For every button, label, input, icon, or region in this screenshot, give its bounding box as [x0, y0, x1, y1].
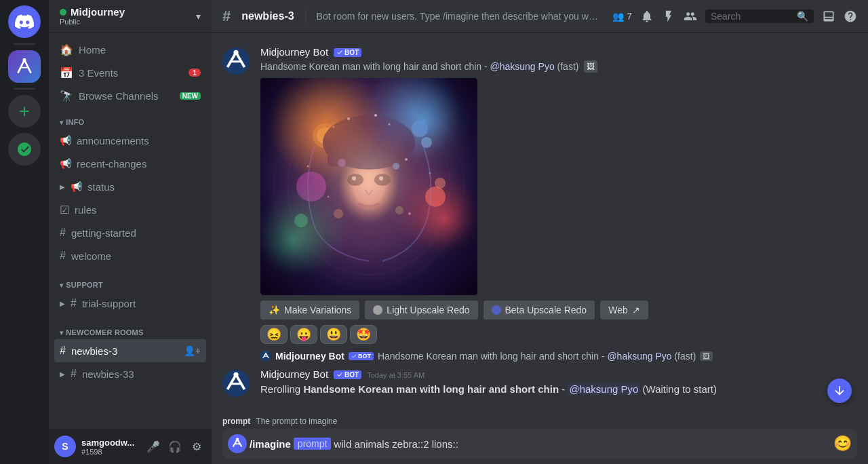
msg-timestamp-2: Today at 3:55 AM	[367, 371, 425, 379]
category-newcomer-label: NEWCOMER ROOMS	[66, 328, 143, 336]
online-dot	[60, 9, 66, 16]
channel-welcome[interactable]: # welcome	[54, 244, 206, 267]
hint-text: The prompt to imagine	[256, 417, 337, 426]
channel-newbies-3[interactable]: # newbies-3 👤+	[54, 339, 206, 362]
bot-tag-2: BOT	[334, 370, 361, 379]
midjourney-server-wrapper	[8, 50, 41, 83]
channel-announcements-label: announcements	[77, 135, 201, 147]
user-tag: #1598	[81, 448, 138, 456]
server-name-group: Midjourney Public	[60, 6, 125, 26]
svg-rect-5	[260, 78, 477, 295]
user-avatar[interactable]: S	[54, 436, 76, 457]
members-panel-button[interactable]	[684, 9, 697, 23]
reaction-2[interactable]: 😛	[290, 325, 317, 344]
username: samgoodw...	[81, 438, 138, 448]
header-divider	[305, 8, 306, 24]
category-chevron-info: ▾	[60, 119, 63, 126]
make-variations-button[interactable]: ✨ Make Variations	[260, 301, 359, 320]
light-upscale-redo-button[interactable]: Light Upscale Redo	[365, 301, 477, 320]
announcement-icon-3: 📢	[71, 181, 82, 192]
svg-rect-8	[260, 78, 477, 295]
svg-rect-2	[260, 78, 477, 295]
input-user-avatar	[228, 434, 247, 453]
svg-point-15	[435, 178, 446, 189]
action-buttons-row: ✨ Make Variations Light Upscale Redo Bet…	[260, 301, 857, 320]
svg-point-26	[395, 206, 403, 214]
help-button[interactable]	[844, 9, 857, 23]
svg-point-28	[389, 123, 391, 125]
reaction-1[interactable]: 😖	[260, 325, 288, 344]
reaction-3[interactable]: 😃	[320, 325, 347, 344]
hash-icon-newbies3: #	[60, 345, 66, 357]
channel-trial-support[interactable]: ▶ # trial-support	[54, 292, 206, 315]
web-external-icon: ↗	[632, 305, 640, 315]
channel-announcements[interactable]: 📢 announcements	[54, 129, 206, 152]
category-info[interactable]: ▾ INFO	[49, 107, 212, 129]
message-content-1: Midjourney Bot BOT Handsome Korean man w…	[260, 46, 857, 344]
msg-author-1[interactable]: Midjourney Bot	[260, 46, 328, 58]
message-group-bot: Midjourney Bot BOT Handsome Korean man w…	[212, 43, 868, 347]
mention-haksung[interactable]: @haksung Pyo	[568, 383, 639, 395]
announcement-icon-2: 📢	[60, 158, 71, 169]
search-bar[interactable]: 🔍	[705, 9, 814, 23]
channel-recent-changes[interactable]: 📢 recent-changes	[54, 152, 206, 175]
channel-getting-started[interactable]: # getting-started	[54, 221, 206, 244]
notification-bell-button[interactable]	[640, 9, 654, 23]
channel-status[interactable]: ▶ 📢 status	[54, 175, 206, 198]
sidebar-item-home[interactable]: 🏠 Home	[54, 38, 206, 61]
light-upscale-icon	[373, 305, 382, 315]
make-variations-icon: ✨	[269, 305, 280, 315]
midjourney-server-icon[interactable]	[8, 50, 41, 83]
search-input[interactable]	[711, 11, 793, 22]
bolt-button[interactable]	[662, 9, 675, 23]
category-info-label: INFO	[66, 118, 84, 126]
member-count-number: 7	[627, 11, 632, 22]
svg-point-11	[412, 121, 428, 137]
settings-button[interactable]: ⚙	[187, 437, 206, 456]
emoji-input-button[interactable]: 😊	[833, 435, 852, 452]
svg-point-37	[236, 438, 239, 441]
emoji-reactions: 😖 😛 😃 🤩	[260, 325, 857, 344]
command-input-row[interactable]: /imagine prompt 😊	[222, 429, 857, 459]
svg-point-24	[393, 163, 399, 170]
avatar-letter: S	[62, 441, 68, 452]
web-button[interactable]: Web ↗	[600, 301, 648, 320]
inbox-button[interactable]	[822, 9, 835, 23]
channel-newbies-33[interactable]: ▶ # newbies-33	[54, 362, 206, 385]
channel-header-name: newbies-3	[241, 10, 294, 22]
server-header[interactable]: Midjourney Public ▾	[49, 0, 212, 33]
search-icon: 🔍	[797, 11, 808, 22]
svg-point-1	[233, 50, 238, 55]
slash-command-label: /imagine	[250, 438, 291, 450]
category-support[interactable]: ▾ SUPPORT	[49, 270, 212, 292]
mic-button[interactable]: 🎤	[144, 437, 163, 456]
bot-avatar-col	[222, 46, 250, 344]
inline-msg-text: Handsome Korean man with long hair and s…	[378, 351, 696, 362]
sidebar-item-browse[interactable]: 🔭 Browse Channels NEW	[54, 84, 206, 107]
messages-area[interactable]: Midjourney Bot BOT Handsome Korean man w…	[212, 33, 868, 414]
discover-icon[interactable]	[8, 133, 41, 166]
svg-point-35	[429, 172, 431, 174]
svg-point-19	[374, 174, 391, 186]
beta-upscale-icon	[492, 305, 501, 315]
bot-avatar	[222, 47, 250, 75]
beta-upscale-redo-button[interactable]: Beta Upscale Redo	[484, 301, 595, 320]
channel-list: 🏠 Home 📅 3 Events 1 🔭 Browse Channels NE…	[49, 33, 212, 429]
add-server-icon[interactable]: +	[8, 95, 41, 128]
channel-recent-changes-label: recent-changes	[77, 158, 201, 170]
headphone-button[interactable]: 🎧	[165, 437, 184, 456]
channel-rules[interactable]: ☑ rules	[54, 198, 206, 221]
reaction-4[interactable]: 🤩	[350, 325, 377, 344]
msg-author-2[interactable]: Midjourney Bot	[260, 368, 328, 380]
slash-input[interactable]	[334, 438, 833, 450]
member-count[interactable]: 👥 7	[612, 11, 632, 22]
sidebar-item-events[interactable]: 📅 3 Events 1	[54, 61, 206, 84]
msg-text-2: Rerolling Handsome Korean man with long …	[260, 383, 857, 397]
message-group-reroll: Midjourney Bot BOT Today at 3:55 AM Rero…	[212, 366, 868, 400]
channel-rules-label: rules	[75, 204, 201, 216]
server-sidebar: +	[0, 0, 49, 464]
discord-home-icon[interactable]	[8, 5, 41, 38]
svg-point-25	[334, 209, 343, 218]
category-newcomer[interactable]: ▾ NEWCOMER ROOMS	[49, 317, 212, 339]
scroll-to-bottom-button[interactable]	[827, 379, 852, 403]
